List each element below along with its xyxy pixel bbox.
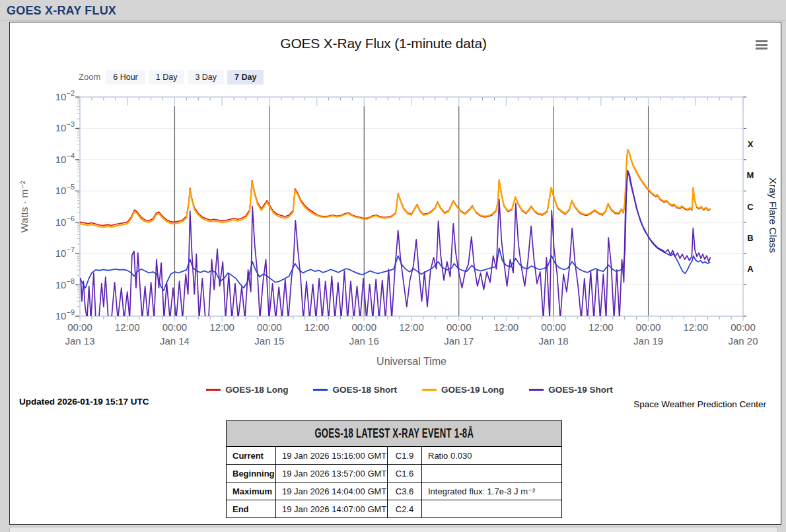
event-cell-class: C3.6	[388, 482, 422, 500]
svg-text:10−6: 10−6	[55, 215, 75, 228]
updated-timestamp: Updated 2026-01-19 15:17 UTC	[19, 397, 149, 407]
chart-legend: GOES-18 LongGOES-18 ShortGOES-19 LongGOE…	[69, 385, 750, 395]
event-row-maximum: Maximum19 Jan 2026 14:04:00 GMTC3.6Integ…	[227, 482, 562, 500]
svg-text:10−5: 10−5	[55, 183, 75, 196]
event-row-beginning: Beginning19 Jan 2026 13:57:00 GMTC1.6	[227, 465, 562, 482]
flare-class-c: C	[747, 202, 754, 212]
next-section-edge	[9, 527, 778, 532]
svg-text:12:00: 12:00	[209, 321, 234, 333]
svg-text:Jan 20: Jan 20	[728, 335, 758, 347]
legend-swatch	[529, 389, 544, 391]
event-cell-time: 19 Jan 2026 15:16:00 GMT	[276, 447, 388, 465]
svg-text:10−4: 10−4	[55, 152, 75, 165]
zoom-button-1-day[interactable]: 1 Day	[149, 70, 185, 84]
zoom-button-3-day[interactable]: 3 Day	[188, 70, 224, 84]
svg-text:00:00: 00:00	[731, 321, 756, 333]
event-cell-time: 19 Jan 2026 14:07:00 GMT	[276, 500, 388, 518]
svg-text:00:00: 00:00	[636, 321, 661, 333]
svg-text:00:00: 00:00	[352, 321, 377, 333]
svg-text:12:00: 12:00	[589, 321, 614, 333]
y2-axis-title: Xray Flare Class	[768, 178, 779, 253]
legend-item-goes-19-long[interactable]: GOES-19 Long	[422, 385, 504, 395]
svg-text:10−8: 10−8	[55, 277, 75, 290]
event-cell-note: Integrated flux: 1.7e-3 J m⁻²	[422, 482, 562, 500]
svg-text:00:00: 00:00	[67, 321, 92, 333]
y-axis-title: Watts · m⁻²	[18, 180, 30, 232]
event-cell-note	[422, 465, 562, 482]
x-axis-title: Universal Time	[376, 356, 447, 367]
legend-label: GOES-18 Long	[225, 385, 288, 395]
event-cell-note	[422, 500, 562, 518]
svg-text:12:00: 12:00	[115, 321, 140, 333]
event-cell-label: Current	[227, 447, 276, 465]
svg-text:Jan 19: Jan 19	[633, 335, 663, 347]
chart-panel: GOES X-Ray Flux (1-minute data) Zoom 6 H…	[9, 22, 781, 525]
event-row-end: End19 Jan 2026 14:07:00 GMTC2.4	[227, 500, 562, 518]
svg-text:10−9: 10−9	[55, 308, 75, 321]
legend-swatch	[206, 389, 221, 391]
svg-text:12:00: 12:00	[304, 321, 330, 333]
series-goes-19-short	[81, 170, 710, 319]
flare-class-x: X	[748, 139, 754, 149]
event-cell-class: C1.9	[388, 447, 422, 465]
legend-item-goes-18-long[interactable]: GOES-18 Long	[206, 385, 288, 395]
event-cell-time: 19 Jan 2026 14:04:00 GMT	[276, 482, 388, 500]
svg-text:00:00: 00:00	[257, 321, 282, 333]
legend-label: GOES-18 Short	[332, 385, 397, 395]
svg-text:00:00: 00:00	[162, 321, 188, 333]
svg-text:00:00: 00:00	[447, 321, 472, 333]
legend-swatch	[422, 389, 437, 391]
svg-text:Jan 14: Jan 14	[160, 335, 190, 347]
event-table-title: GOES-18 LATEST X-RAY EVENT 1-8Å	[314, 426, 474, 441]
legend-item-goes-19-short[interactable]: GOES-19 Short	[529, 385, 613, 395]
svg-text:10−2: 10−2	[55, 89, 75, 102]
zoom-button-6-hour[interactable]: 6 Hour	[106, 70, 145, 84]
event-cell-time: 19 Jan 2026 13:57:00 GMT	[276, 465, 388, 482]
svg-text:12:00: 12:00	[684, 321, 709, 333]
svg-text:12:00: 12:00	[494, 321, 519, 333]
svg-text:10−3: 10−3	[55, 120, 75, 133]
event-cell-class: C1.6	[388, 465, 422, 482]
svg-text:10−7: 10−7	[55, 246, 75, 259]
zoom-button-group: 6 Hour1 Day3 Day7 Day	[106, 71, 267, 83]
svg-text:Jan 15: Jan 15	[254, 335, 284, 347]
page-header: GOES X-RAY FLUX	[0, 0, 786, 21]
event-table-header: GOES-18 LATEST X-RAY EVENT 1-8Å	[227, 421, 562, 447]
zoom-button-7-day[interactable]: 7 Day	[227, 70, 264, 84]
swpc-credit: Space Weather Prediction Center	[633, 399, 766, 409]
event-cell-label: End	[227, 500, 276, 518]
legend-label: GOES-19 Short	[548, 385, 613, 395]
event-cell-note: Ratio 0.030	[422, 447, 562, 465]
flare-class-a: A	[747, 264, 754, 274]
xray-event-table: GOES-18 LATEST X-RAY EVENT 1-8Å Current1…	[226, 420, 562, 518]
svg-text:12:00: 12:00	[399, 321, 424, 333]
legend-label: GOES-19 Long	[441, 385, 504, 395]
event-cell-label: Maximum	[227, 482, 276, 500]
event-row-current: Current19 Jan 2026 15:16:00 GMTC1.9Ratio…	[227, 447, 562, 465]
event-cell-class: C2.4	[388, 500, 422, 518]
svg-text:Jan 13: Jan 13	[65, 335, 94, 347]
legend-swatch	[313, 389, 328, 391]
svg-text:00:00: 00:00	[541, 321, 566, 333]
zoom-controls: Zoom 6 Hour1 Day3 Day7 Day	[79, 69, 267, 84]
event-cell-label: Beginning	[227, 465, 276, 482]
flare-class-b: B	[747, 233, 753, 243]
svg-text:Jan 17: Jan 17	[444, 335, 474, 347]
flare-class-m: M	[747, 170, 754, 180]
zoom-label: Zoom	[79, 72, 100, 82]
svg-text:Jan 16: Jan 16	[349, 335, 379, 347]
page-title: GOES X-RAY FLUX	[0, 0, 786, 18]
legend-item-goes-18-short[interactable]: GOES-18 Short	[313, 385, 397, 395]
svg-text:Jan 18: Jan 18	[539, 335, 569, 347]
